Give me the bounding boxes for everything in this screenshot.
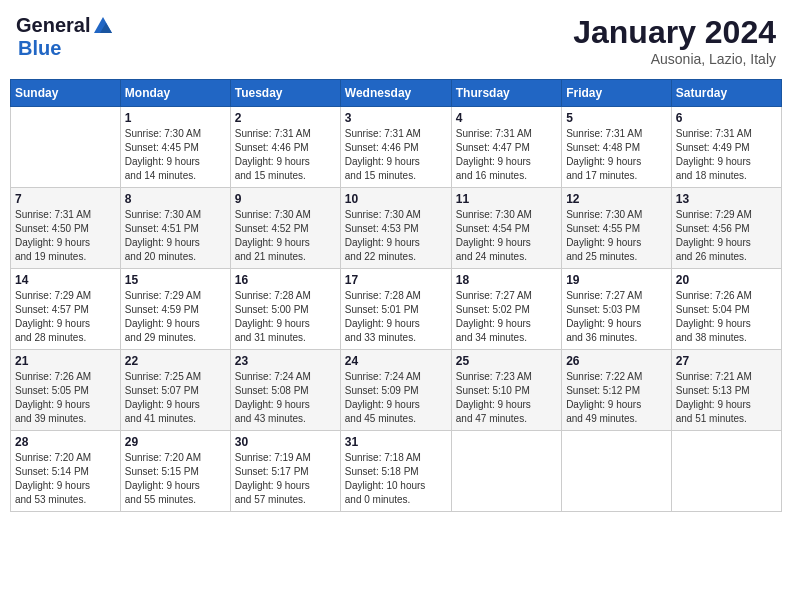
day-number: 23 (235, 354, 336, 368)
calendar-cell (562, 431, 672, 512)
day-number: 15 (125, 273, 226, 287)
day-info: Sunrise: 7:30 AM Sunset: 4:53 PM Dayligh… (345, 208, 447, 264)
day-info: Sunrise: 7:31 AM Sunset: 4:47 PM Dayligh… (456, 127, 557, 183)
calendar-cell: 4Sunrise: 7:31 AM Sunset: 4:47 PM Daylig… (451, 107, 561, 188)
logo-general: General (16, 14, 90, 37)
weekday-header-saturday: Saturday (671, 80, 781, 107)
day-number: 27 (676, 354, 777, 368)
day-info: Sunrise: 7:31 AM Sunset: 4:50 PM Dayligh… (15, 208, 116, 264)
calendar-cell: 25Sunrise: 7:23 AM Sunset: 5:10 PM Dayli… (451, 350, 561, 431)
calendar-cell: 28Sunrise: 7:20 AM Sunset: 5:14 PM Dayli… (11, 431, 121, 512)
calendar-cell (451, 431, 561, 512)
weekday-header-tuesday: Tuesday (230, 80, 340, 107)
day-number: 31 (345, 435, 447, 449)
day-info: Sunrise: 7:18 AM Sunset: 5:18 PM Dayligh… (345, 451, 447, 507)
calendar-cell: 14Sunrise: 7:29 AM Sunset: 4:57 PM Dayli… (11, 269, 121, 350)
calendar-cell: 27Sunrise: 7:21 AM Sunset: 5:13 PM Dayli… (671, 350, 781, 431)
calendar-cell: 11Sunrise: 7:30 AM Sunset: 4:54 PM Dayli… (451, 188, 561, 269)
day-number: 13 (676, 192, 777, 206)
calendar-cell: 7Sunrise: 7:31 AM Sunset: 4:50 PM Daylig… (11, 188, 121, 269)
weekday-header-friday: Friday (562, 80, 672, 107)
calendar-cell (11, 107, 121, 188)
calendar-cell: 18Sunrise: 7:27 AM Sunset: 5:02 PM Dayli… (451, 269, 561, 350)
day-info: Sunrise: 7:31 AM Sunset: 4:46 PM Dayligh… (345, 127, 447, 183)
calendar-cell: 31Sunrise: 7:18 AM Sunset: 5:18 PM Dayli… (340, 431, 451, 512)
day-number: 10 (345, 192, 447, 206)
calendar-cell: 3Sunrise: 7:31 AM Sunset: 4:46 PM Daylig… (340, 107, 451, 188)
calendar-cell: 23Sunrise: 7:24 AM Sunset: 5:08 PM Dayli… (230, 350, 340, 431)
calendar-cell: 24Sunrise: 7:24 AM Sunset: 5:09 PM Dayli… (340, 350, 451, 431)
calendar-cell: 30Sunrise: 7:19 AM Sunset: 5:17 PM Dayli… (230, 431, 340, 512)
day-number: 16 (235, 273, 336, 287)
calendar-cell: 1Sunrise: 7:30 AM Sunset: 4:45 PM Daylig… (120, 107, 230, 188)
day-info: Sunrise: 7:30 AM Sunset: 4:54 PM Dayligh… (456, 208, 557, 264)
day-info: Sunrise: 7:30 AM Sunset: 4:55 PM Dayligh… (566, 208, 667, 264)
calendar-cell: 29Sunrise: 7:20 AM Sunset: 5:15 PM Dayli… (120, 431, 230, 512)
day-info: Sunrise: 7:21 AM Sunset: 5:13 PM Dayligh… (676, 370, 777, 426)
calendar-cell: 15Sunrise: 7:29 AM Sunset: 4:59 PM Dayli… (120, 269, 230, 350)
day-number: 9 (235, 192, 336, 206)
day-info: Sunrise: 7:26 AM Sunset: 5:04 PM Dayligh… (676, 289, 777, 345)
day-number: 22 (125, 354, 226, 368)
calendar-cell: 16Sunrise: 7:28 AM Sunset: 5:00 PM Dayli… (230, 269, 340, 350)
day-info: Sunrise: 7:25 AM Sunset: 5:07 PM Dayligh… (125, 370, 226, 426)
day-info: Sunrise: 7:28 AM Sunset: 5:00 PM Dayligh… (235, 289, 336, 345)
day-number: 5 (566, 111, 667, 125)
day-info: Sunrise: 7:28 AM Sunset: 5:01 PM Dayligh… (345, 289, 447, 345)
day-info: Sunrise: 7:19 AM Sunset: 5:17 PM Dayligh… (235, 451, 336, 507)
calendar-cell: 8Sunrise: 7:30 AM Sunset: 4:51 PM Daylig… (120, 188, 230, 269)
day-number: 30 (235, 435, 336, 449)
day-info: Sunrise: 7:31 AM Sunset: 4:48 PM Dayligh… (566, 127, 667, 183)
day-info: Sunrise: 7:26 AM Sunset: 5:05 PM Dayligh… (15, 370, 116, 426)
weekday-header-thursday: Thursday (451, 80, 561, 107)
day-number: 21 (15, 354, 116, 368)
title-area: January 2024 Ausonia, Lazio, Italy (573, 14, 776, 67)
calendar-cell (671, 431, 781, 512)
logo-icon (92, 15, 114, 37)
logo: General Blue (16, 14, 114, 60)
day-number: 25 (456, 354, 557, 368)
day-info: Sunrise: 7:30 AM Sunset: 4:52 PM Dayligh… (235, 208, 336, 264)
day-number: 8 (125, 192, 226, 206)
day-info: Sunrise: 7:20 AM Sunset: 5:14 PM Dayligh… (15, 451, 116, 507)
calendar-cell: 26Sunrise: 7:22 AM Sunset: 5:12 PM Dayli… (562, 350, 672, 431)
weekday-header-sunday: Sunday (11, 80, 121, 107)
calendar-cell: 5Sunrise: 7:31 AM Sunset: 4:48 PM Daylig… (562, 107, 672, 188)
day-info: Sunrise: 7:29 AM Sunset: 4:57 PM Dayligh… (15, 289, 116, 345)
calendar-cell: 20Sunrise: 7:26 AM Sunset: 5:04 PM Dayli… (671, 269, 781, 350)
day-number: 1 (125, 111, 226, 125)
calendar-cell: 9Sunrise: 7:30 AM Sunset: 4:52 PM Daylig… (230, 188, 340, 269)
day-info: Sunrise: 7:29 AM Sunset: 4:56 PM Dayligh… (676, 208, 777, 264)
day-info: Sunrise: 7:30 AM Sunset: 4:45 PM Dayligh… (125, 127, 226, 183)
day-number: 6 (676, 111, 777, 125)
day-number: 29 (125, 435, 226, 449)
day-info: Sunrise: 7:31 AM Sunset: 4:49 PM Dayligh… (676, 127, 777, 183)
day-number: 4 (456, 111, 557, 125)
logo-blue: Blue (18, 37, 61, 60)
day-info: Sunrise: 7:29 AM Sunset: 4:59 PM Dayligh… (125, 289, 226, 345)
day-number: 18 (456, 273, 557, 287)
day-number: 14 (15, 273, 116, 287)
calendar-cell: 2Sunrise: 7:31 AM Sunset: 4:46 PM Daylig… (230, 107, 340, 188)
day-number: 11 (456, 192, 557, 206)
day-number: 26 (566, 354, 667, 368)
calendar-cell: 21Sunrise: 7:26 AM Sunset: 5:05 PM Dayli… (11, 350, 121, 431)
day-number: 24 (345, 354, 447, 368)
calendar: SundayMondayTuesdayWednesdayThursdayFrid… (10, 79, 782, 512)
calendar-cell: 12Sunrise: 7:30 AM Sunset: 4:55 PM Dayli… (562, 188, 672, 269)
day-number: 7 (15, 192, 116, 206)
weekday-header-wednesday: Wednesday (340, 80, 451, 107)
page-header: General Blue January 2024 Ausonia, Lazio… (10, 10, 782, 71)
day-info: Sunrise: 7:27 AM Sunset: 5:02 PM Dayligh… (456, 289, 557, 345)
calendar-cell: 22Sunrise: 7:25 AM Sunset: 5:07 PM Dayli… (120, 350, 230, 431)
day-info: Sunrise: 7:24 AM Sunset: 5:08 PM Dayligh… (235, 370, 336, 426)
calendar-cell: 19Sunrise: 7:27 AM Sunset: 5:03 PM Dayli… (562, 269, 672, 350)
day-number: 3 (345, 111, 447, 125)
day-number: 2 (235, 111, 336, 125)
day-info: Sunrise: 7:30 AM Sunset: 4:51 PM Dayligh… (125, 208, 226, 264)
calendar-cell: 13Sunrise: 7:29 AM Sunset: 4:56 PM Dayli… (671, 188, 781, 269)
location: Ausonia, Lazio, Italy (573, 51, 776, 67)
day-info: Sunrise: 7:31 AM Sunset: 4:46 PM Dayligh… (235, 127, 336, 183)
day-number: 20 (676, 273, 777, 287)
weekday-header-monday: Monday (120, 80, 230, 107)
